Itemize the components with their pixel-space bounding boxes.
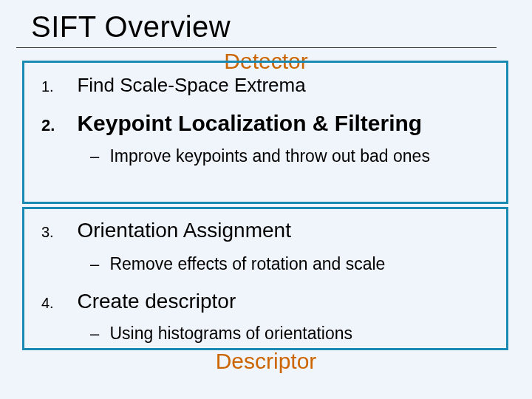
list-item: 2. Keypoint Localization & Filtering — [41, 111, 422, 136]
subitem-text: Improve keypoints and throw out bad ones — [109, 146, 429, 166]
item-number: 2. — [41, 116, 74, 135]
item-number: 3. — [41, 224, 74, 241]
list-item: 1. Find Scale-Space Extrema — [41, 74, 306, 97]
list-item: 3. Orientation Assignment — [41, 219, 291, 242]
item-number: 1. — [41, 78, 74, 95]
item-text: Find Scale-Space Extrema — [77, 74, 305, 96]
descriptor-label: Descriptor — [0, 349, 532, 374]
subitem-text: Remove effects of rotation and scale — [109, 254, 385, 273]
list-subitem: – Improve keypoints and throw out bad on… — [83, 146, 430, 166]
item-text: Orientation Assignment — [77, 219, 291, 242]
item-number: 4. — [41, 295, 74, 312]
list-item: 4. Create descriptor — [41, 290, 236, 313]
slide-title: SIFT Overview — [31, 10, 231, 44]
list-subitem: – Remove effects of rotation and scale — [83, 254, 385, 274]
bullet-dash: – — [83, 255, 106, 274]
bullet-dash: – — [83, 147, 106, 166]
list-subitem: – Using histograms of orientations — [83, 324, 352, 344]
item-text: Create descriptor — [77, 290, 236, 313]
item-text: Keypoint Localization & Filtering — [77, 111, 422, 135]
slide: SIFT Overview Detector 1. Find Scale-Spa… — [0, 0, 532, 399]
subitem-text: Using histograms of orientations — [109, 324, 352, 343]
bullet-dash: – — [83, 324, 106, 344]
